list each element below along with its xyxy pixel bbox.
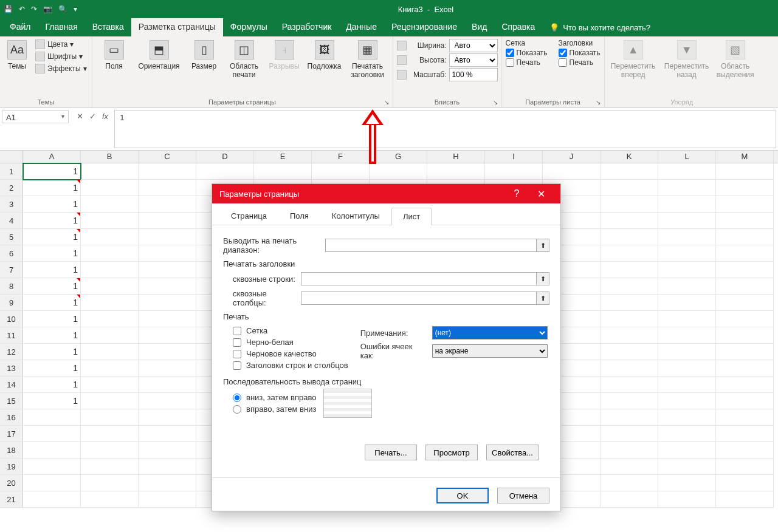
cell[interactable] [23,475,81,491]
cell[interactable] [658,163,716,180]
cell[interactable] [658,327,716,344]
cell[interactable] [23,409,81,426]
fonts-button[interactable]: Шрифты ▾ [34,51,88,62]
check-gridlines[interactable] [233,327,241,335]
cell[interactable] [139,344,196,360]
cell[interactable] [601,393,658,409]
grid-print-check[interactable] [506,58,514,67]
column-header[interactable]: I [485,151,543,163]
save-icon[interactable]: 💾 [4,5,13,13]
cell[interactable] [658,491,716,508]
tab-file[interactable]: Файл [2,18,38,36]
cell[interactable] [658,475,716,491]
row-header[interactable]: 8 [0,278,23,295]
cell[interactable] [658,426,716,442]
cell[interactable] [601,377,658,393]
cell[interactable] [601,311,658,327]
cell[interactable] [23,491,81,508]
dialog-tab-sheet[interactable]: Лист [391,208,432,225]
column-header[interactable]: B [81,151,139,163]
cell[interactable] [601,229,658,245]
cell[interactable] [81,245,139,262]
radio-down-then-over[interactable] [233,394,241,402]
cell[interactable] [658,393,716,409]
scale-launcher[interactable]: ↘ [493,99,498,106]
cell[interactable] [601,344,658,360]
cell[interactable] [139,491,196,508]
select-all-corner[interactable] [0,151,23,163]
cell[interactable] [716,442,774,459]
cell[interactable] [23,426,81,442]
cell[interactable] [139,262,196,278]
column-header[interactable]: J [543,151,601,163]
tab-developer[interactable]: Разработчик [275,18,339,36]
tab-view[interactable]: Вид [464,18,494,36]
cell[interactable] [601,442,658,459]
cell[interactable] [601,262,658,278]
cell[interactable] [81,344,139,360]
cell[interactable] [716,475,774,491]
cell[interactable] [543,163,601,180]
cell[interactable] [139,459,196,475]
row-header[interactable]: 6 [0,245,23,262]
cols-repeat-input[interactable] [301,292,536,305]
row-header[interactable]: 21 [0,491,23,508]
page-setup-launcher[interactable]: ↘ [384,99,389,106]
cell[interactable] [139,360,196,377]
cell[interactable] [601,327,658,344]
cell[interactable] [716,262,774,278]
rows-repeat-input[interactable] [301,272,536,285]
row-header[interactable]: 16 [0,409,23,426]
print-titles-button[interactable]: ▦Печатать заголовки [346,39,389,80]
cell[interactable] [139,180,196,196]
cell[interactable] [658,409,716,426]
cell[interactable] [81,180,139,196]
size-button[interactable]: ▯Размер [186,39,222,72]
cell[interactable] [658,344,716,360]
cell[interactable] [81,262,139,278]
ok-button[interactable]: OK [436,488,489,503]
colors-button[interactable]: Цвета ▾ [34,39,88,50]
cell[interactable] [139,393,196,409]
check-bw[interactable] [233,338,241,347]
cell[interactable] [716,426,774,442]
cell[interactable] [658,459,716,475]
tab-page-layout[interactable]: Разметка страницы [131,18,223,36]
radio-over-then-down[interactable] [233,405,241,414]
row-header[interactable]: 17 [0,426,23,442]
cancel-button[interactable]: Отмена [497,488,549,503]
undo-icon[interactable]: ↶ [19,5,25,13]
background-button[interactable]: 🖼Подложка [306,39,343,72]
cell[interactable] [658,196,716,213]
cell[interactable] [81,278,139,295]
cell[interactable] [601,196,658,213]
cell[interactable] [716,245,774,262]
cell[interactable] [81,163,139,180]
breaks-button[interactable]: ⫞Разрывы [266,39,303,72]
cell[interactable]: 1 [23,213,81,229]
sheet-launcher[interactable]: ↘ [596,99,601,106]
cell[interactable] [81,311,139,327]
dialog-tab-page[interactable]: Страница [219,207,278,225]
column-header[interactable]: A [23,151,81,163]
cell[interactable] [81,491,139,508]
send-backward-button[interactable]: ▼Переместить назад [662,39,712,80]
dialog-tab-header-footer[interactable]: Колонтитулы [320,207,391,225]
cell[interactable] [716,377,774,393]
cell[interactable]: 1 [23,295,81,311]
head-print-check[interactable] [559,58,567,67]
cell[interactable] [139,409,196,426]
tab-formulas[interactable]: Формулы [223,18,275,36]
column-header[interactable]: D [196,151,254,163]
range-picker-cols[interactable]: ⬆ [536,292,549,305]
tab-review[interactable]: Рецензирование [384,18,464,36]
cell[interactable] [716,344,774,360]
row-header[interactable]: 12 [0,344,23,360]
help-button[interactable]: ? [504,188,529,199]
cell[interactable] [658,278,716,295]
row-header[interactable]: 11 [0,327,23,344]
row-header[interactable]: 1 [0,163,23,180]
themes-button[interactable]: Aa Темы [4,39,30,72]
cell[interactable] [139,213,196,229]
cell[interactable]: 1 [23,180,81,196]
